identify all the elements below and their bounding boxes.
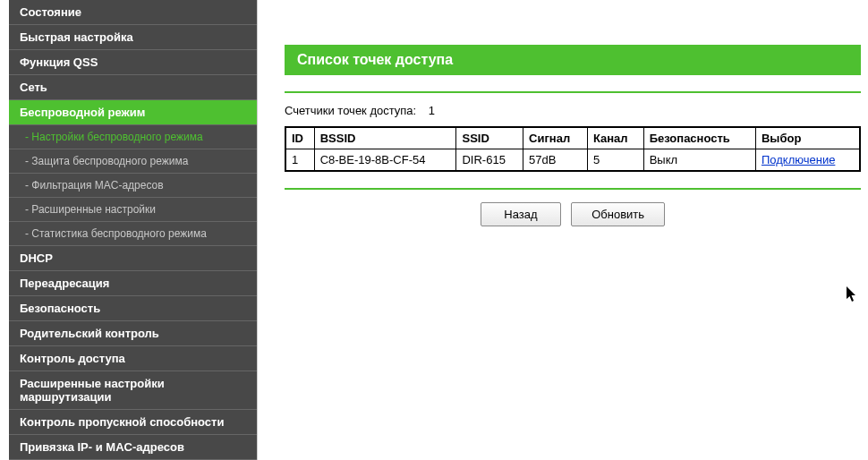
sidebar-item-4[interactable]: Беспроводной режим	[9, 100, 257, 125]
button-row: Назад Обновить	[285, 202, 861, 226]
sidebar-item-11[interactable]: Переадресация	[9, 271, 257, 296]
counter-value: 1	[429, 104, 435, 117]
cell-ssid: DIR-615	[456, 149, 523, 172]
cell-security: Выкл	[643, 149, 755, 172]
cell-id: 1	[285, 149, 314, 172]
th-signal: Сигнал	[523, 127, 588, 149]
th-channel: Канал	[587, 127, 643, 149]
sidebar-item-6[interactable]: - Защита беспроводного режима	[9, 149, 257, 174]
cell-select: Подключение	[755, 149, 860, 172]
sidebar-item-5[interactable]: - Настройки беспроводного режима	[9, 125, 257, 149]
sidebar-item-9[interactable]: - Статистика беспроводного режима	[9, 222, 257, 246]
connect-link[interactable]: Подключение	[762, 153, 835, 166]
cell-channel: 5	[587, 149, 643, 172]
sidebar-item-17[interactable]: Привязка IP- и MAC-адресов	[9, 435, 257, 460]
th-security: Безопасность	[643, 127, 755, 149]
divider	[285, 91, 861, 93]
main-content: Список точек доступа Счетчики точек дост…	[258, 0, 868, 460]
th-ssid: SSID	[456, 127, 523, 149]
cell-bssid: C8-BE-19-8B-CF-54	[314, 149, 456, 172]
sidebar: СостояниеБыстрая настройкаФункция QSSСет…	[0, 0, 258, 460]
th-bssid: BSSID	[314, 127, 456, 149]
sidebar-item-3[interactable]: Сеть	[9, 75, 257, 100]
sidebar-item-12[interactable]: Безопасность	[9, 296, 257, 321]
sidebar-item-2[interactable]: Функция QSS	[9, 50, 257, 75]
sidebar-item-10[interactable]: DHCP	[9, 246, 257, 271]
sidebar-item-7[interactable]: - Фильтрация MAC-адресов	[9, 174, 257, 198]
th-select: Выбор	[755, 127, 860, 149]
cell-signal: 57dB	[523, 149, 588, 172]
sidebar-item-15[interactable]: Расширенные настройки маршрутизации	[9, 371, 257, 410]
sidebar-item-1[interactable]: Быстрая настройка	[9, 25, 257, 50]
counter-label: Счетчики точек доступа:	[285, 104, 416, 117]
sidebar-item-13[interactable]: Родительский контроль	[9, 321, 257, 346]
table-row: 1C8-BE-19-8B-CF-54DIR-61557dB5ВыклПодклю…	[285, 149, 860, 172]
sidebar-item-14[interactable]: Контроль доступа	[9, 346, 257, 371]
th-id: ID	[285, 127, 314, 149]
sidebar-item-16[interactable]: Контроль пропускной способности	[9, 410, 257, 435]
back-button[interactable]: Назад	[481, 202, 561, 226]
ap-table: ID BSSID SSID Сигнал Канал Безопасность …	[285, 126, 861, 172]
refresh-button[interactable]: Обновить	[571, 202, 665, 226]
divider-bottom	[285, 188, 861, 190]
page-title: Список точек доступа	[285, 45, 861, 75]
ap-counter: Счетчики точек доступа: 1	[285, 104, 861, 117]
sidebar-item-8[interactable]: - Расширенные настройки	[9, 198, 257, 222]
sidebar-item-0[interactable]: Состояние	[9, 0, 257, 25]
